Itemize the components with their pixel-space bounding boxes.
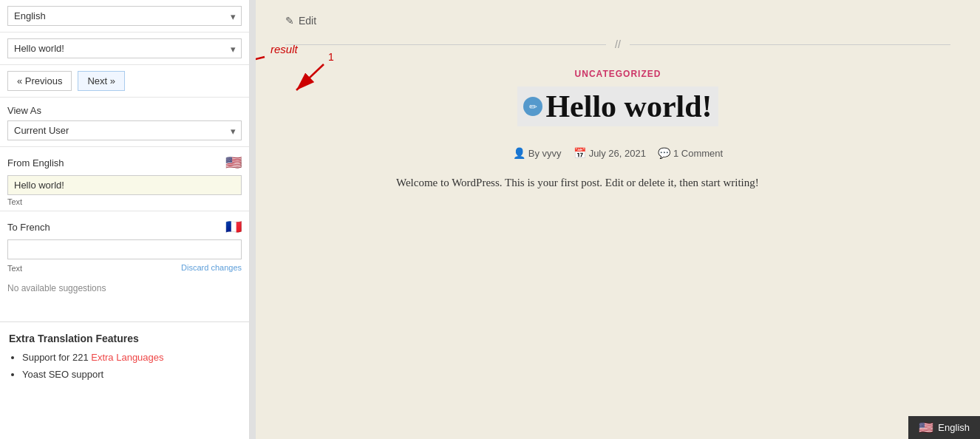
view-as-section: View As Current User bbox=[0, 98, 249, 147]
discard-row: Text Discard changes bbox=[7, 262, 242, 273]
from-section: From English 🇺🇸 Text bbox=[0, 147, 249, 211]
view-as-select[interactable]: Current User bbox=[7, 120, 242, 140]
to-header: To French 🇫🇷 bbox=[7, 219, 242, 235]
comment-icon: 💬 bbox=[658, 147, 670, 159]
language-select-section: English bbox=[0, 0, 249, 33]
view-as-select-wrapper[interactable]: Current User bbox=[7, 120, 242, 140]
view-as-label: View As bbox=[7, 105, 242, 116]
extra-features-list: Support for 221 Extra Languages Yoast SE… bbox=[9, 350, 240, 381]
edit-icon: ✎ bbox=[285, 15, 294, 27]
us-flag-icon: 🇺🇸 bbox=[225, 154, 242, 171]
discard-link[interactable]: Discard changes bbox=[181, 263, 242, 272]
list-item: Yoast SEO support bbox=[22, 367, 240, 382]
from-input[interactable] bbox=[7, 175, 242, 195]
category-label[interactable]: UNCATEGORIZED bbox=[575, 69, 661, 79]
divider: // bbox=[285, 38, 950, 50]
to-field-type: Text bbox=[7, 264, 22, 273]
next-button[interactable]: Next » bbox=[78, 71, 125, 91]
post-select-wrapper[interactable]: Hello world! bbox=[7, 38, 242, 58]
left-panel: English Hello world! « Previous Next » V… bbox=[0, 0, 250, 439]
author-icon: 👤 bbox=[513, 147, 525, 159]
from-header: From English 🇺🇸 bbox=[7, 154, 242, 171]
language-select[interactable]: English bbox=[7, 6, 242, 26]
post-select[interactable]: Hello world! bbox=[7, 38, 242, 58]
pencil-button[interactable]: ✏ bbox=[523, 97, 542, 116]
no-suggestions: No available suggestions bbox=[0, 277, 249, 299]
post-title-wrapper: ✏ Hello world! bbox=[517, 86, 718, 126]
language-select-wrapper[interactable]: English bbox=[7, 6, 242, 26]
meta-comments: 💬 1 Comment bbox=[658, 147, 723, 159]
edit-label[interactable]: Edit bbox=[299, 15, 316, 27]
from-field-type: Text bbox=[7, 197, 242, 206]
post-title-area: ✏ Hello world! result 1 bbox=[285, 86, 950, 135]
english-badge[interactable]: 🇺🇸 English bbox=[908, 416, 980, 439]
fr-flag-icon: 🇫🇷 bbox=[225, 219, 242, 235]
to-input[interactable] bbox=[7, 239, 242, 259]
from-title: From English bbox=[7, 157, 64, 169]
post-meta: 👤 By vyvy 📅 July 26, 2021 💬 1 Comment bbox=[285, 147, 950, 159]
post-title: Hello world! bbox=[545, 89, 712, 123]
meta-date: 📅 July 26, 2021 bbox=[574, 147, 646, 159]
calendar-icon: 📅 bbox=[574, 147, 586, 159]
scrollbar[interactable] bbox=[250, 0, 256, 439]
svg-line-2 bbox=[256, 57, 265, 79]
main-content: ✎ Edit // UNCATEGORIZED ✏ Hello world! r… bbox=[256, 0, 980, 439]
post-select-section: Hello world! bbox=[0, 33, 249, 65]
pencil-icon: ✏ bbox=[529, 101, 537, 112]
list-item: Support for 221 Extra Languages bbox=[22, 350, 240, 365]
post-body: Welcome to WordPress. This is your first… bbox=[396, 174, 840, 193]
nav-buttons: « Previous Next » bbox=[0, 65, 249, 98]
english-badge-label: English bbox=[938, 422, 970, 433]
extra-languages-link[interactable]: Extra Languages bbox=[91, 352, 163, 363]
prev-button[interactable]: « Previous bbox=[7, 71, 72, 91]
meta-author: 👤 By vyvy bbox=[513, 147, 562, 159]
post-category: UNCATEGORIZED bbox=[285, 68, 950, 79]
en-flag-icon: 🇺🇸 bbox=[919, 421, 933, 435]
number-label: 1 bbox=[328, 51, 334, 63]
to-title: To French bbox=[7, 222, 50, 233]
edit-bar: ✎ Edit bbox=[285, 15, 950, 27]
to-section: To French 🇫🇷 Text Discard changes bbox=[0, 211, 249, 277]
extra-features-section: Extra Translation Features Support for 2… bbox=[0, 321, 249, 391]
extra-features-title: Extra Translation Features bbox=[9, 333, 240, 344]
